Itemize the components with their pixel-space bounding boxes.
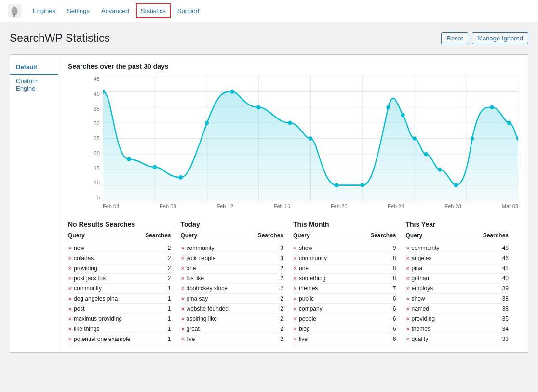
table-row: ✕ something 8 (293, 274, 396, 284)
remove-icon[interactable]: ✕ (406, 256, 410, 261)
today-col: Today Query Searches ✕ community 3 ✕ jac… (181, 221, 294, 344)
remove-icon[interactable]: ✕ (293, 266, 297, 271)
this-month-col: This Month Query Searches ✕ show 9 ✕ com… (293, 221, 406, 344)
sidebar-item-default[interactable]: Default (10, 61, 58, 75)
remove-icon[interactable]: ✕ (68, 266, 72, 271)
remove-icon[interactable]: ✕ (181, 266, 185, 271)
y-label-35: 35 (87, 106, 100, 112)
svg-point-35 (454, 183, 458, 187)
row-count: 48 (497, 245, 509, 251)
remove-icon[interactable]: ✕ (406, 286, 410, 291)
row-query: community (74, 285, 160, 292)
remove-icon[interactable]: ✕ (293, 316, 297, 322)
nav-support[interactable]: Support (173, 3, 204, 18)
today-rows: ✕ community 3 ✕ jack people 3 ✕ one 2 ✕ … (181, 243, 284, 344)
remove-icon[interactable]: ✕ (406, 327, 410, 332)
table-row: ✕ live 2 (181, 334, 284, 344)
remove-icon[interactable]: ✕ (181, 337, 185, 342)
remove-icon[interactable]: ✕ (293, 337, 297, 342)
remove-icon[interactable]: ✕ (68, 276, 72, 281)
no-results-col: No Results Searches Query Searches ✕ new… (68, 221, 181, 344)
remove-icon[interactable]: ✕ (293, 296, 297, 301)
row-query: gotham (412, 275, 498, 282)
reset-button[interactable]: Reset (441, 32, 468, 44)
remove-icon[interactable]: ✕ (181, 306, 185, 312)
this-month-query-header: Query (293, 232, 370, 239)
remove-icon[interactable]: ✕ (68, 296, 72, 301)
row-count: 2 (272, 265, 283, 272)
remove-icon[interactable]: ✕ (181, 316, 185, 322)
table-row: ✕ community 8 (293, 253, 396, 263)
this-month-col-headers: Query Searches (293, 232, 396, 241)
svg-point-36 (471, 136, 474, 141)
row-count: 7 (385, 285, 396, 292)
remove-icon[interactable]: ✕ (68, 256, 72, 261)
row-count: 6 (385, 326, 396, 332)
table-row: ✕ show 38 (406, 294, 509, 304)
row-query: great (187, 326, 272, 332)
remove-icon[interactable]: ✕ (293, 246, 297, 251)
main-content: Searches over the past 30 days 45 40 35 … (58, 55, 528, 352)
remove-icon[interactable]: ✕ (181, 286, 185, 291)
table-row: ✕ like things 1 (68, 324, 171, 334)
top-nav: Engines Settings Advanced Statistics Sup… (0, 0, 538, 22)
x-label-feb04: Feb 04 (103, 203, 119, 209)
remove-icon[interactable]: ✕ (181, 296, 185, 301)
remove-icon[interactable]: ✕ (406, 316, 410, 322)
row-count: 2 (272, 305, 283, 312)
table-row: ✕ potential one example 1 (68, 334, 171, 344)
remove-icon[interactable]: ✕ (68, 337, 72, 342)
y-label-20: 20 (87, 150, 100, 156)
nav-settings[interactable]: Settings (62, 3, 94, 18)
chart-wrapper: 45 40 35 30 25 20 15 10 5 (87, 76, 518, 209)
nav-engines[interactable]: Engines (28, 3, 60, 18)
remove-icon[interactable]: ✕ (406, 276, 410, 281)
row-query: public (299, 295, 385, 302)
y-label-5: 5 (87, 195, 100, 200)
row-count: 40 (497, 275, 509, 282)
remove-icon[interactable]: ✕ (406, 296, 410, 301)
this-month-searches-header: Searches (370, 232, 396, 239)
row-query: new (74, 245, 160, 251)
remove-icon[interactable]: ✕ (181, 256, 185, 261)
remove-icon[interactable]: ✕ (293, 327, 297, 332)
row-query: website founded (187, 305, 272, 312)
remove-icon[interactable]: ✕ (181, 327, 185, 332)
no-results-query-header: Query (68, 232, 145, 239)
table-row: ✕ post 1 (68, 304, 171, 314)
remove-icon[interactable]: ✕ (293, 256, 297, 261)
remove-icon[interactable]: ✕ (293, 306, 297, 312)
remove-icon[interactable]: ✕ (68, 327, 72, 332)
remove-icon[interactable]: ✕ (406, 306, 410, 312)
remove-icon[interactable]: ✕ (406, 266, 410, 271)
row-query: providing (412, 315, 498, 322)
row-query: one (299, 265, 385, 272)
row-count: 1 (160, 315, 171, 322)
remove-icon[interactable]: ✕ (406, 337, 410, 342)
chart-x-labels: Feb 04 Feb 08 Feb 12 Feb 16 Feb 20 Feb 2… (103, 203, 518, 209)
row-query: doohickey since (187, 285, 272, 292)
x-label-feb16: Feb 16 (274, 203, 290, 209)
x-label-mar03: Mar 03 (502, 203, 518, 209)
remove-icon[interactable]: ✕ (68, 306, 72, 312)
manage-ignored-button[interactable]: Manage Ignored (472, 32, 528, 44)
table-row: ✕ community 48 (406, 243, 509, 253)
sidebar-item-custom-engine[interactable]: Custom Engine (10, 75, 58, 95)
remove-icon[interactable]: ✕ (293, 276, 297, 281)
nav-advanced[interactable]: Advanced (96, 3, 134, 18)
y-label-25: 25 (87, 135, 100, 141)
remove-icon[interactable]: ✕ (68, 286, 72, 291)
remove-icon[interactable]: ✕ (68, 316, 72, 322)
remove-icon[interactable]: ✕ (406, 246, 410, 251)
remove-icon[interactable]: ✕ (293, 286, 297, 291)
row-query: blog (299, 326, 385, 332)
remove-icon[interactable]: ✕ (181, 246, 185, 251)
remove-icon[interactable]: ✕ (181, 276, 185, 281)
nav-statistics[interactable]: Statistics (136, 3, 171, 18)
row-query: people (299, 315, 385, 322)
row-query: community (187, 245, 272, 251)
row-query: post (74, 305, 160, 312)
chart-svg (103, 76, 518, 201)
table-row: ✕ piña 43 (406, 263, 509, 274)
remove-icon[interactable]: ✕ (68, 246, 72, 251)
